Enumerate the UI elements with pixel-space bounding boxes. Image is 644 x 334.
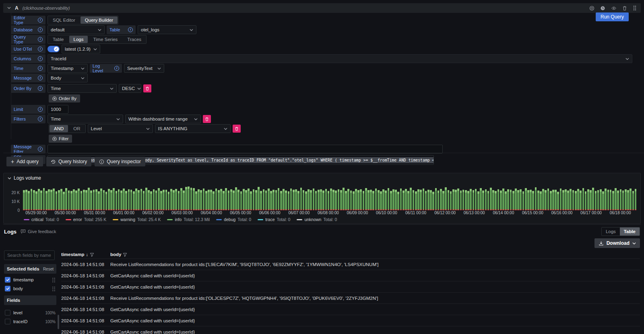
timestamp-column-header[interactable]: timestamp ↓ xyxy=(61,252,110,257)
info-icon[interactable]: i xyxy=(38,27,43,32)
time-column-select[interactable]: Timestamp xyxy=(47,64,88,73)
collapse-chevron-icon[interactable] xyxy=(7,5,11,11)
add-filter-button[interactable]: Filter xyxy=(49,135,72,143)
info-icon[interactable]: i xyxy=(128,27,133,32)
remove-filter2-button[interactable] xyxy=(233,125,241,133)
query-history-icon[interactable] xyxy=(600,6,605,11)
legend-item-unknown[interactable]: unknownTotal: 0 xyxy=(297,217,337,222)
query-history-button[interactable]: Query history xyxy=(46,157,91,166)
filter2-field-select[interactable]: Level xyxy=(88,124,153,133)
legend-item-trace[interactable]: traceTotal: 0 xyxy=(258,217,290,222)
message-column-select[interactable]: Body xyxy=(47,74,88,82)
volume-bar xyxy=(175,189,177,210)
field-row-timestamp[interactable]: timestamp xyxy=(4,275,56,284)
remove-order-by-button[interactable] xyxy=(143,84,151,92)
x-tick-label: 06/10 00:00 xyxy=(376,211,397,215)
legend-item-debug[interactable]: debugTotal: 0 xyxy=(216,217,251,222)
log-table-row[interactable]: 2024-06-18 14:51:08GetCartAsync called w… xyxy=(61,270,640,281)
checkbox-checked[interactable] xyxy=(5,277,10,283)
sidebar-scrollbar[interactable] xyxy=(58,315,59,329)
field-row-level[interactable]: level100% xyxy=(4,308,56,317)
filter-operator-and[interactable]: AND xyxy=(50,125,68,132)
filter-funnel-icon[interactable] xyxy=(90,252,94,257)
legend-item-info[interactable]: infoTotal: 12.3 Mil xyxy=(167,217,210,222)
columns-multiselect[interactable]: TraceId xyxy=(47,54,632,63)
filter-funnel-icon[interactable] xyxy=(123,252,127,257)
info-icon[interactable]: i xyxy=(38,66,43,71)
log-table-row[interactable]: 2024-06-18 14:51:08GetCartAsync called w… xyxy=(61,303,640,315)
use-otel-toggle[interactable]: ✓ xyxy=(47,45,60,53)
give-feedback-link[interactable]: Give feedback xyxy=(21,229,56,234)
remove-filter1-button[interactable] xyxy=(203,115,211,123)
duplicate-query-icon[interactable] xyxy=(589,6,594,11)
volume-bar xyxy=(290,189,292,210)
log-level-column-select[interactable]: SeverityText xyxy=(124,64,164,73)
filter-operator-or[interactable]: OR xyxy=(69,125,85,132)
log-table-row[interactable]: 2024-06-18 14:51:08GetCartAsync called w… xyxy=(61,326,640,334)
sort-desc-icon[interactable]: ↓ xyxy=(86,252,89,257)
add-query-button[interactable]: + Add query xyxy=(6,157,43,166)
checkbox-unchecked[interactable] xyxy=(5,319,10,324)
legend-item-error[interactable]: errorTotal: 255 K xyxy=(66,217,107,222)
order-by-direction-select[interactable]: DESC xyxy=(119,84,141,93)
drag-handle-icon[interactable] xyxy=(633,5,637,11)
run-query-button[interactable]: Run Query xyxy=(596,12,629,21)
log-table-row[interactable]: 2024-06-18 14:51:08Receive ListRecommend… xyxy=(61,258,640,270)
query-type-logs[interactable]: Logs xyxy=(69,36,88,43)
download-button[interactable]: Download xyxy=(594,238,640,248)
table-select[interactable]: otel_logs xyxy=(138,25,196,34)
checkbox-unchecked[interactable] xyxy=(5,310,10,316)
query-type-table[interactable]: Table xyxy=(48,36,68,43)
log-table-row[interactable]: 2024-06-18 14:51:08GetCartAsync called w… xyxy=(61,315,640,326)
legend-item-warning[interactable]: warningTotal: 25.4 K xyxy=(113,217,161,222)
info-icon[interactable]: i xyxy=(38,76,43,80)
legend-item-critical[interactable]: criticalTotal: 0 xyxy=(24,217,59,222)
body-column-header[interactable]: body xyxy=(110,252,127,257)
field-row-body[interactable]: body xyxy=(4,284,56,293)
info-icon[interactable]: i xyxy=(38,107,43,112)
legend-series-total: Total: 255 K xyxy=(84,217,106,222)
filter1-value-select[interactable]: Within dashboard time range xyxy=(125,115,201,123)
info-icon[interactable]: i xyxy=(38,147,43,152)
message-filter-input[interactable] xyxy=(47,145,443,154)
limit-input[interactable] xyxy=(47,105,68,114)
view-toggle-logs[interactable]: Logs xyxy=(602,227,620,236)
log-timestamp-cell: 2024-06-18 14:51:08 xyxy=(61,307,110,312)
info-icon[interactable]: i xyxy=(38,47,43,51)
logs-volume-title[interactable]: Logs volume xyxy=(4,173,640,183)
checkbox-checked[interactable] xyxy=(5,286,10,291)
view-toggle-table[interactable]: Table xyxy=(620,227,640,236)
hide-response-eye-icon[interactable] xyxy=(611,6,617,11)
legend-swatch xyxy=(66,219,71,220)
volume-bar xyxy=(285,191,287,210)
info-icon[interactable]: i xyxy=(38,117,43,121)
log-table-row[interactable]: 2024-06-18 14:51:08Receive ListRecommend… xyxy=(61,292,640,303)
drag-handle-icon[interactable] xyxy=(52,286,56,291)
editor-type-sql-editor[interactable]: SQL Editor xyxy=(48,16,80,24)
query-row-header[interactable]: A (clickhouse-observability) xyxy=(3,3,641,13)
search-fields-input[interactable] xyxy=(4,250,55,260)
editor-type-query-builder[interactable]: Query Builder xyxy=(80,16,118,24)
filter1-field-select[interactable]: Time xyxy=(47,115,123,123)
volume-bar xyxy=(555,190,557,210)
otel-version-select[interactable]: latest (1.2.9) xyxy=(62,45,100,53)
query-type-traces[interactable]: Traces xyxy=(123,36,146,43)
field-row-traceID[interactable]: traceID100% xyxy=(4,317,56,326)
info-icon[interactable]: i xyxy=(38,86,43,91)
query-type-time-series[interactable]: Time Series xyxy=(89,36,122,43)
database-select[interactable]: default xyxy=(47,25,105,34)
query-inspector-button[interactable]: Query inspector xyxy=(95,157,145,166)
reset-fields-button[interactable]: Reset xyxy=(43,267,54,271)
volume-bar xyxy=(595,191,597,210)
drag-handle-icon[interactable] xyxy=(52,277,56,283)
volume-bar xyxy=(382,189,384,210)
order-by-field-select[interactable]: Time xyxy=(47,84,117,93)
info-icon[interactable]: i xyxy=(114,66,119,71)
add-order-by-button[interactable]: Order By xyxy=(49,94,80,102)
filter2-operator-select[interactable]: IS ANYTHING xyxy=(155,124,231,133)
info-icon[interactable]: i xyxy=(38,18,43,23)
info-icon[interactable]: i xyxy=(38,56,43,61)
log-table-row[interactable]: 2024-06-18 14:51:08GetCartAsync called w… xyxy=(61,281,640,292)
delete-query-icon[interactable] xyxy=(622,6,627,11)
info-icon[interactable]: i xyxy=(38,37,43,42)
